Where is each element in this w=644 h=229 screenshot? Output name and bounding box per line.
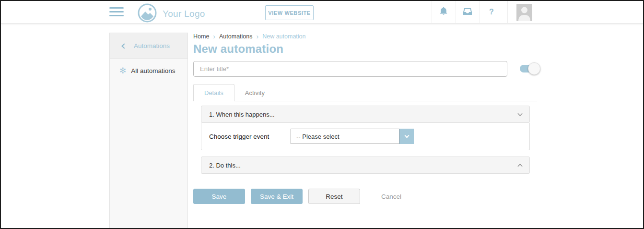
- section-when-body: Choose trigger event -- Please select: [201, 123, 530, 150]
- trigger-event-label: Choose trigger event: [209, 133, 291, 140]
- main-content: Home › Automations › New automation New …: [193, 33, 537, 204]
- form-actions: Save Save & Exit Reset Cancel: [193, 189, 537, 204]
- section-do-this[interactable]: 2. Do this...: [201, 157, 530, 174]
- bell-icon: [439, 11, 448, 18]
- avatar[interactable]: [516, 4, 532, 21]
- hamburger-menu-icon[interactable]: [109, 7, 124, 17]
- inbox-button[interactable]: [456, 1, 479, 23]
- breadcrumb-separator-icon: ›: [213, 33, 215, 40]
- chevron-up-icon: [518, 164, 523, 169]
- tab-details[interactable]: Details: [193, 84, 234, 101]
- top-header: Your Logo VIEW WEBSITE ?: [1, 1, 643, 24]
- sidebar-header-automations[interactable]: Automations: [110, 33, 187, 59]
- breadcrumb-automations[interactable]: Automations: [219, 33, 252, 40]
- select-chevron-icon: [404, 133, 409, 138]
- help-button[interactable]: ?: [480, 1, 503, 23]
- logo-image-icon: [137, 3, 157, 25]
- logo-text: Your Logo: [163, 9, 205, 19]
- cancel-button[interactable]: Cancel: [381, 193, 401, 200]
- section-title: 1. When this happens...: [209, 111, 275, 118]
- sidebar-title: Automations: [134, 42, 170, 49]
- app-window: Your Logo VIEW WEBSITE ?: [0, 0, 644, 229]
- inbox-icon: [463, 10, 472, 17]
- enabled-toggle[interactable]: [520, 63, 538, 74]
- toggle-knob: [528, 62, 540, 75]
- view-website-button[interactable]: VIEW WEBSITE: [265, 5, 314, 20]
- notifications-button[interactable]: [432, 1, 455, 23]
- back-chevron-icon: [121, 43, 127, 48]
- save-exit-button[interactable]: Save & Exit: [251, 189, 303, 204]
- chevron-down-icon: [518, 111, 523, 116]
- help-icon: ?: [489, 8, 494, 16]
- sidebar-item-label: All automations: [131, 67, 175, 74]
- page-title: New automation: [193, 42, 537, 56]
- save-button[interactable]: Save: [193, 189, 245, 204]
- trigger-select[interactable]: -- Please select: [291, 129, 414, 144]
- header-divider: [507, 1, 508, 23]
- title-input[interactable]: [193, 61, 507, 77]
- sidebar: Automations ✻ All automations: [109, 33, 188, 229]
- accordion: 1. When this happens... Choose trigger e…: [201, 106, 530, 174]
- select-dropdown-button[interactable]: [399, 129, 414, 144]
- logo[interactable]: Your Logo: [137, 3, 205, 25]
- breadcrumb-separator-icon: ›: [257, 33, 259, 40]
- breadcrumb: Home › Automations › New automation: [193, 33, 537, 40]
- trigger-select-value: -- Please select: [291, 129, 399, 144]
- reset-button[interactable]: Reset: [308, 189, 360, 204]
- tab-bar: Details Activity: [193, 84, 537, 101]
- automations-icon: ✻: [119, 67, 126, 75]
- section-title: 2. Do this...: [209, 162, 241, 169]
- section-when-this-happens[interactable]: 1. When this happens...: [201, 106, 530, 123]
- breadcrumb-current: New automation: [262, 33, 305, 40]
- sidebar-item-all-automations[interactable]: ✻ All automations: [110, 59, 187, 82]
- tab-activity[interactable]: Activity: [234, 84, 275, 101]
- breadcrumb-home[interactable]: Home: [193, 33, 209, 40]
